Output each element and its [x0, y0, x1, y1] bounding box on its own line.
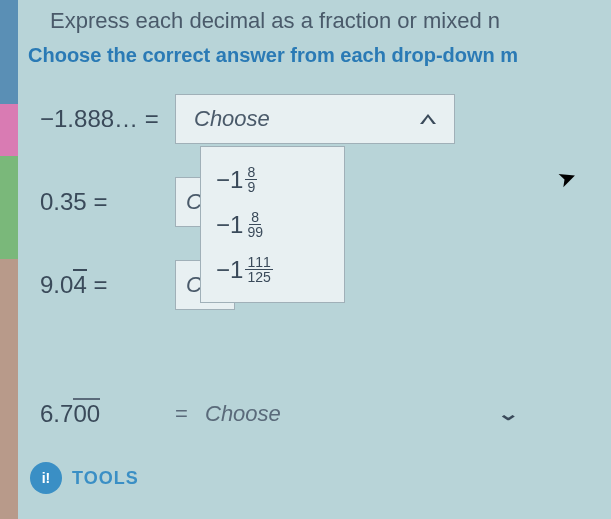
decimal-value-3: 9.04 =	[40, 271, 175, 299]
dropdown-1[interactable]: Choose	[175, 94, 455, 144]
question-header: Express each decimal as a fraction or mi…	[50, 8, 500, 34]
instruction-text: Choose the correct answer from each drop…	[28, 44, 518, 67]
tools-icon: i!	[30, 462, 62, 494]
dropdown-option-1[interactable]: −1 8 9	[201, 157, 344, 202]
dropdown-4-placeholder: Choose	[205, 401, 281, 427]
decimal-value-4: 6.700	[40, 400, 175, 428]
dropdown-option-2[interactable]: −1 8 99	[201, 202, 344, 247]
tools-button[interactable]: i! TOOLS	[30, 462, 139, 494]
decimal-value-2: 0.35 =	[40, 188, 175, 216]
problem-row-1: −1.888… = Choose	[40, 95, 591, 143]
dropdown-1-placeholder: Choose	[194, 106, 270, 132]
dropdown-option-3[interactable]: −1 111 125	[201, 247, 344, 292]
tools-label: TOOLS	[72, 468, 139, 489]
chevron-down-icon: ⌄	[497, 403, 520, 425]
chevron-up-icon	[420, 114, 436, 124]
dropdown-menu-open: −1 8 9 −1 8 99 −1 111 125	[200, 146, 345, 303]
decimal-value-1: −1.888… =	[40, 105, 175, 133]
problem-row-4: 6.700 = Choose ⌄	[40, 400, 516, 428]
sidebar-decoration	[0, 0, 18, 519]
